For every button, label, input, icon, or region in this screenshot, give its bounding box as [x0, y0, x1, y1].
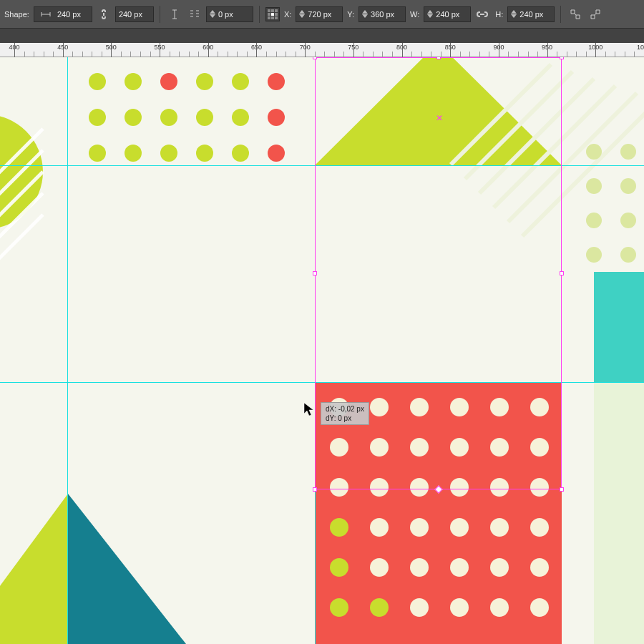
- svg-point-67: [530, 518, 549, 537]
- svg-point-15: [160, 73, 177, 90]
- w-label: W:: [409, 10, 421, 19]
- shape-height-value: 240 px: [119, 10, 150, 19]
- dx-label: dX:: [326, 405, 336, 413]
- separator: [160, 6, 160, 23]
- svg-point-33: [586, 178, 602, 194]
- svg-point-14: [125, 73, 142, 90]
- svg-point-74: [330, 598, 348, 617]
- svg-point-34: [620, 178, 636, 194]
- x-label: X:: [283, 10, 293, 19]
- dy-value: 0 px: [338, 414, 351, 422]
- svg-point-36: [620, 213, 636, 228]
- link-wh-icon[interactable]: [95, 6, 112, 23]
- link-wh-icon-2[interactable]: [474, 6, 491, 23]
- shape-width-value: 240 px: [57, 10, 89, 19]
- svg-point-28: [196, 145, 213, 162]
- align-edges-icon[interactable]: [567, 6, 584, 23]
- svg-point-20: [125, 109, 142, 126]
- align-edges-icon-2[interactable]: [587, 6, 604, 23]
- svg-point-35: [586, 213, 602, 228]
- width-icon: [37, 6, 54, 23]
- canvas[interactable]: ✕ dX: -0,02 px dY: 0 px: [0, 57, 644, 644]
- svg-point-73: [530, 558, 549, 577]
- svg-point-71: [450, 558, 469, 577]
- svg-point-21: [160, 109, 177, 126]
- svg-point-72: [490, 558, 509, 577]
- svg-rect-39: [594, 272, 644, 382]
- align-icon[interactable]: [186, 6, 203, 23]
- svg-point-26: [125, 145, 142, 162]
- svg-point-25: [89, 145, 106, 162]
- dy-label: dY:: [326, 414, 336, 422]
- separator: [259, 6, 260, 23]
- svg-point-27: [160, 145, 177, 162]
- svg-rect-40: [594, 382, 644, 644]
- w-value: 240 px: [436, 10, 467, 19]
- svg-point-22: [196, 109, 213, 126]
- svg-point-64: [410, 518, 429, 537]
- svg-point-32: [620, 144, 636, 160]
- toolbar-under-strip: [0, 29, 644, 43]
- shape-height-field[interactable]: 240 px: [115, 6, 154, 22]
- svg-point-76: [410, 598, 429, 617]
- svg-point-30: [268, 145, 285, 162]
- x-field[interactable]: 720 px: [296, 6, 343, 22]
- height-icon: [166, 6, 183, 23]
- svg-point-65: [450, 518, 469, 537]
- svg-point-16: [196, 73, 213, 90]
- spinner-icon[interactable]: [511, 10, 517, 18]
- svg-point-31: [586, 144, 602, 160]
- spinner-icon[interactable]: [362, 10, 368, 18]
- svg-point-66: [490, 518, 509, 537]
- y-field[interactable]: 360 px: [358, 6, 406, 22]
- h-field[interactable]: 240 px: [507, 6, 555, 22]
- y-value: 360 px: [371, 10, 402, 19]
- svg-point-29: [232, 145, 249, 162]
- reference-point-grid[interactable]: [265, 7, 280, 21]
- measurement-tooltip: dX: -0,02 px dY: 0 px: [321, 402, 369, 425]
- svg-point-77: [450, 598, 469, 617]
- svg-point-24: [268, 109, 285, 126]
- svg-marker-42: [68, 494, 186, 644]
- shape-label: Shape:: [3, 10, 31, 19]
- svg-point-68: [330, 558, 348, 577]
- svg-point-37: [586, 247, 602, 263]
- svg-point-79: [530, 598, 549, 617]
- w-field[interactable]: 240 px: [424, 6, 471, 22]
- svg-point-13: [89, 73, 106, 90]
- svg-line-12: [0, 215, 43, 286]
- svg-point-63: [370, 518, 389, 537]
- horizontal-ruler[interactable]: 4004505005506006507007508008509009501000…: [0, 43, 644, 57]
- svg-marker-41: [0, 494, 68, 644]
- spinner-icon[interactable]: [299, 10, 305, 18]
- angle-field[interactable]: 0 px: [206, 6, 253, 22]
- svg-point-75: [370, 598, 389, 617]
- svg-point-78: [490, 598, 509, 617]
- svg-point-38: [620, 247, 636, 263]
- y-label: Y:: [346, 10, 356, 19]
- svg-point-18: [268, 73, 285, 90]
- x-value: 720 px: [308, 10, 339, 19]
- svg-point-19: [89, 109, 106, 126]
- svg-point-69: [370, 558, 389, 577]
- h-value: 240 px: [519, 10, 551, 19]
- svg-point-70: [410, 558, 429, 577]
- svg-point-62: [330, 518, 348, 537]
- angle-value: 0 px: [218, 10, 250, 19]
- h-label: H:: [494, 10, 504, 19]
- svg-point-17: [232, 73, 249, 90]
- spinner-icon[interactable]: [427, 10, 433, 18]
- separator: [560, 6, 561, 23]
- spinner-icon[interactable]: [210, 10, 215, 18]
- dx-value: -0,02 px: [338, 405, 364, 413]
- svg-point-23: [232, 109, 249, 126]
- shape-width-field[interactable]: 240 px: [34, 6, 92, 22]
- options-bar: Shape: 240 px 240 px 0 px X: 720: [0, 0, 644, 29]
